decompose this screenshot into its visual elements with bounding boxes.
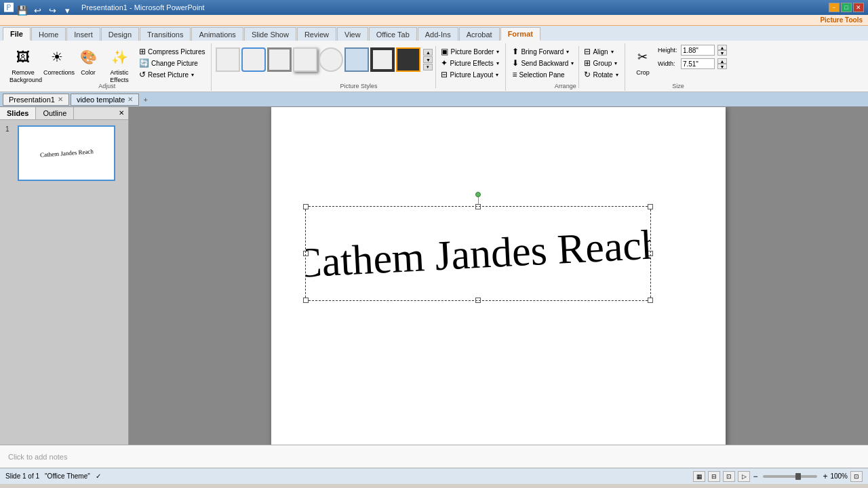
tab-view[interactable]: View [337,27,368,41]
scroll-down[interactable]: ▼ [423,56,433,63]
normal-view-button[interactable]: ▦ [693,471,705,482]
style-6[interactable] [344,47,369,72]
style-2[interactable] [241,47,266,72]
handle-n[interactable] [475,204,481,209]
corrections-button[interactable]: ☀ Corrections [41,45,73,78]
new-tab-button[interactable]: + [143,96,147,104]
handle-s[interactable] [475,298,481,303]
compress-pictures-button[interactable]: ⊞ Compress Pictures [137,46,207,57]
main-area: Slides Outline ✕ 1 Cathem Jandes Reach [0,107,868,445]
handle-sw[interactable] [303,298,309,303]
width-down[interactable]: ▼ [717,64,727,69]
tab-format[interactable]: Format [500,27,540,41]
tab-acrobat[interactable]: Acrobat [459,27,500,41]
selected-image[interactable]: Cathem Jandes Reach [305,206,651,301]
undo-qat-button[interactable]: ↩ [31,4,43,16]
picture-layout-button[interactable]: ⊟ Picture Layout ▾ [439,69,501,80]
selection-pane-button[interactable]: ≡ Selection Pane [510,69,576,80]
handle-ne[interactable] [648,204,653,209]
handle-rotate[interactable] [475,192,481,197]
scroll-up[interactable]: ▲ [423,49,433,56]
tab-home[interactable]: Home [31,27,66,41]
zoom-level[interactable]: 100% [830,472,848,480]
height-input[interactable] [681,45,715,56]
height-down[interactable]: ▼ [717,50,727,56]
contextual-label: Picture Tools [820,16,863,24]
tab-review[interactable]: Review [297,27,336,41]
minimize-button[interactable]: − [829,3,840,12]
tab-slideshow[interactable]: Slide Show [244,27,296,41]
remove-background-button[interactable]: 🖼 Remove Background [7,45,39,85]
style-3[interactable] [267,47,292,72]
doc-tab-presentation1[interactable]: Presentation1 ✕ [3,94,69,106]
send-backward-label: Send Backward [521,60,568,67]
crop-button[interactable]: ✂ Crop [629,45,656,78]
zoom-out-icon[interactable]: − [753,472,757,481]
rotate-icon: ↻ [584,70,591,79]
zoom-slider[interactable] [763,475,817,478]
artistic-effects-button[interactable]: ✨ Artistic Effects [103,45,136,85]
style-1[interactable] [216,47,240,72]
tab-officetab[interactable]: Office Tab [369,27,417,41]
style-7[interactable] [370,47,395,72]
notes-panel[interactable]: Click to add notes [0,445,868,468]
reading-view-button[interactable]: ⊡ [723,471,735,482]
doc-tab-close-1[interactable]: ✕ [58,96,63,103]
slide-thumb-img-1[interactable]: Cathem Jandes Reach [18,125,115,181]
save-qat-button[interactable]: 💾 [16,4,28,16]
slide-thumb-1[interactable]: 1 Cathem Jandes Reach [5,125,123,181]
style-8[interactable] [396,47,420,72]
ribbon-content: 🖼 Remove Background ☀ Corrections 🎨 Colo… [0,41,868,92]
group-button[interactable]: ⊞ Group ▾ [582,58,620,68]
maximize-button[interactable]: □ [841,3,852,12]
width-up[interactable]: ▲ [717,58,727,64]
style-5[interactable] [319,47,343,72]
artistic-effects-icon: ✨ [108,46,130,68]
change-picture-icon: 🔄 [139,58,149,68]
document-tabs: Presentation1 ✕ video template ✕ + [0,92,868,107]
tab-file[interactable]: File [3,27,31,41]
thumb-sig-text: Cathem Jandes Reach [39,148,93,158]
style-4[interactable] [293,47,317,72]
scroll-more[interactable]: ▾ [423,64,433,70]
doc-tab-close-2[interactable]: ✕ [127,96,133,103]
handle-nw[interactable] [303,204,309,209]
picture-layout-icon: ⊟ [441,70,448,79]
bring-forward-button[interactable]: ⬆ Bring Forward ▾ [510,46,576,57]
change-picture-button[interactable]: 🔄 Change Picture [137,58,207,68]
align-button[interactable]: ⊟ Align ▾ [582,46,620,57]
canvas-area[interactable]: Cathem Jandes Reach [129,107,868,445]
handle-se[interactable] [648,298,653,303]
close-button[interactable]: ✕ [853,3,864,12]
picture-effects-button[interactable]: ✦ Picture Effects ▾ [439,58,501,68]
doc-tab-videotemplate[interactable]: video template ✕ [71,94,140,106]
tab-insert[interactable]: Insert [66,27,100,41]
notes-placeholder: Click to add notes [8,453,67,461]
slides-tab[interactable]: Slides [0,107,36,119]
reset-picture-button[interactable]: ↺ Reset Picture ▾ [137,69,207,80]
picture-style-options: ▣ Picture Border ▾ ✦ Picture Effects ▾ ⊟… [439,45,501,80]
redo-qat-button[interactable]: ↪ [46,4,58,16]
title-bar: 🅿 💾 ↩ ↪ ▾ Presentation1 - Microsoft Powe… [0,0,868,15]
doc-tab-label-2: video template [77,96,125,104]
tab-transitions[interactable]: Transitions [140,27,191,41]
adjust-label: Adjust [3,83,211,89]
qat-dropdown[interactable]: ▾ [61,4,73,16]
rotate-button[interactable]: ↻ Rotate ▾ [582,69,620,80]
outline-tab[interactable]: Outline [36,107,74,119]
send-backward-button[interactable]: ⬇ Send Backward ▾ [510,58,576,68]
width-input[interactable] [681,58,715,69]
signature-text: Cathem Jandes Reach [306,220,650,287]
slideshow-view-button[interactable]: ▷ [738,471,750,482]
height-up[interactable]: ▲ [717,45,727,50]
slider-view-button[interactable]: ⊟ [708,471,720,482]
tab-addins[interactable]: Add-Ins [418,27,458,41]
adjust-group: 🖼 Remove Background ☀ Corrections 🎨 Colo… [3,43,212,91]
panel-close[interactable]: ✕ [115,107,128,119]
color-button[interactable]: 🎨 Color [75,45,102,78]
picture-border-button[interactable]: ▣ Picture Border ▾ [439,46,501,57]
tab-design[interactable]: Design [101,27,139,41]
tab-animations[interactable]: Animations [191,27,243,41]
zoom-in-icon[interactable]: + [823,472,827,481]
fit-slide-button[interactable]: ⊡ [850,471,863,482]
